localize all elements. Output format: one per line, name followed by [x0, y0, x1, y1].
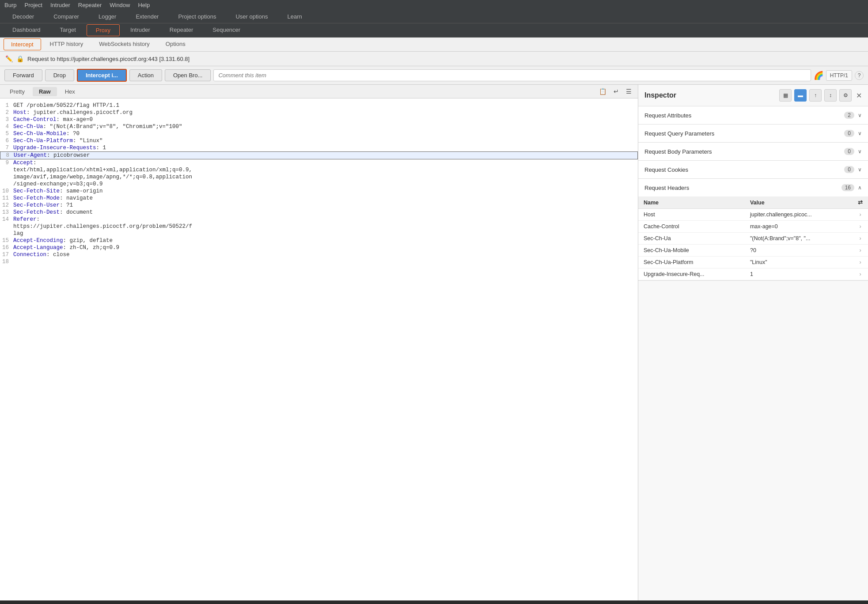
forward-button[interactable]: Forward — [4, 69, 42, 81]
request-body: 1GET /problem/50522/flag HTTP/1.12Host: … — [0, 98, 638, 600]
right-panel: Inspector ▦ ▬ ↑ ↕ ⚙ ✕ Request Attributes… — [638, 85, 868, 600]
grid-view-button[interactable]: ▦ — [779, 89, 792, 102]
header-value-cell: "Linux" — [745, 257, 853, 268]
line-content: Sec-Fetch-Mode: navigate — [13, 195, 93, 201]
tab-learn[interactable]: Learn — [277, 10, 311, 23]
tab-http-history[interactable]: HTTP history — [42, 38, 91, 51]
line-content: Sec-Ch-Ua: "(Not(A:Brand";v="8", "Chromi… — [13, 124, 182, 130]
header-row[interactable]: Hostjupiter.challenges.picoc...› — [638, 209, 868, 221]
line-content: lag — [13, 230, 23, 237]
sort-asc-button[interactable]: ↑ — [809, 89, 822, 102]
line-number: 14 — [0, 216, 13, 223]
request-line: 9Accept: — [0, 159, 638, 166]
drop-button[interactable]: Drop — [45, 69, 74, 81]
request-line: 1GET /problem/50522/flag HTTP/1.1 — [0, 102, 638, 109]
line-number — [0, 230, 13, 237]
line-content: Sec-Fetch-Dest: document — [13, 209, 93, 215]
inspector-section: Request Query Parameters0∨ — [638, 125, 868, 143]
vtab-hex[interactable]: Hex — [59, 87, 81, 96]
tab-dashboard[interactable]: Dashboard — [3, 23, 50, 37]
chevron-icon: ∧ — [858, 185, 862, 191]
request-line: 6Sec-Ch-Ua-Platform: "Linux" — [0, 137, 638, 144]
tab-intruder[interactable]: Intruder — [121, 23, 160, 37]
line-content: image/avif,image/webp,image/apng,*/*;q=0… — [13, 174, 192, 180]
menu-window[interactable]: Window — [110, 2, 130, 8]
line-content: User-Agent: picobrowser — [14, 152, 90, 159]
http-version-badge: HTTP/1 — [826, 70, 852, 81]
header-row[interactable]: Sec-Ch-Ua-Platform"Linux"› — [638, 257, 868, 268]
header-value-cell: max-age=0 — [745, 221, 853, 233]
inspector-section-header[interactable]: Request Headers16∧ — [638, 179, 868, 196]
header-expand-button[interactable]: › — [853, 209, 868, 221]
newline-icon[interactable]: ↵ — [611, 87, 622, 96]
list-view-button[interactable]: ▬ — [794, 89, 807, 102]
header-row[interactable]: Sec-Ch-Ua-Mobile?0› — [638, 245, 868, 257]
line-number — [0, 167, 13, 173]
inspector-section-header[interactable]: Request Query Parameters0∨ — [638, 125, 868, 142]
header-expand-button[interactable]: › — [853, 233, 868, 245]
line-number — [0, 174, 13, 180]
tab-options[interactable]: Options — [158, 38, 193, 51]
header-value-cell: "(Not(A:Brand";v="8", "... — [745, 233, 853, 245]
main-content: Pretty Raw Hex 📋 ↵ ☰ 1GET /problem/50522… — [0, 85, 868, 600]
intercept-button[interactable]: Intercept i... — [77, 69, 127, 82]
line-number: 6 — [0, 138, 13, 144]
comment-input[interactable] — [213, 69, 811, 81]
tab-proxy[interactable]: Proxy — [87, 24, 120, 36]
inspector-section-label: Request Query Parameters — [644, 130, 844, 137]
tab-sequencer[interactable]: Sequencer — [203, 23, 250, 37]
tab-target[interactable]: Target — [50, 23, 86, 37]
tab-comparer[interactable]: Comparer — [44, 10, 89, 23]
line-content: Sec-Ch-Ua-Mobile: ?0 — [13, 131, 80, 137]
tab-repeater[interactable]: Repeater — [160, 23, 203, 37]
menu-help[interactable]: Help — [138, 2, 150, 8]
tab-logger[interactable]: Logger — [89, 10, 126, 23]
inspector-section-label: Request Headers — [644, 185, 841, 191]
open-browser-button[interactable]: Open Bro... — [165, 69, 211, 81]
inspector-section: Request Cookies0∨ — [638, 161, 868, 179]
request-line: 14Referer: — [0, 216, 638, 223]
line-content: Accept: — [13, 160, 37, 166]
close-button[interactable]: ✕ — [856, 91, 862, 100]
tab-websockets-history[interactable]: WebSockets history — [91, 38, 158, 51]
menu-burp[interactable]: Burp — [4, 2, 16, 8]
sort-desc-button[interactable]: ↕ — [824, 89, 837, 102]
menu-icon[interactable]: ☰ — [623, 87, 634, 96]
line-number: 17 — [0, 252, 13, 258]
line-content: text/html,application/xhtml+xml,applicat… — [13, 167, 192, 173]
inspector-section-label: Request Body Parameters — [644, 148, 844, 155]
header-expand-button[interactable]: › — [853, 245, 868, 257]
url-bar: ✏️ 🔒 Request to https://jupiter.challeng… — [0, 52, 868, 66]
header-row[interactable]: Cache-Controlmax-age=0› — [638, 221, 868, 233]
request-line: 3Cache-Control: max-age=0 — [0, 116, 638, 123]
request-line: 15Accept-Encoding: gzip, deflate — [0, 237, 638, 244]
menu-project[interactable]: Project — [24, 2, 42, 8]
inspector-section-header[interactable]: Request Attributes2∨ — [638, 106, 868, 124]
header-value-cell: ?0 — [745, 245, 853, 257]
help-button[interactable]: ? — [855, 71, 864, 80]
tab-intercept[interactable]: Intercept — [4, 38, 41, 50]
header-name-cell: Cache-Control — [638, 221, 745, 233]
tabs-row3: Intercept HTTP history WebSockets histor… — [0, 38, 868, 52]
line-content: Cache-Control: max-age=0 — [13, 117, 93, 123]
header-expand-button[interactable]: › — [853, 221, 868, 233]
left-panel: Pretty Raw Hex 📋 ↵ ☰ 1GET /problem/50522… — [0, 85, 638, 600]
copy-icon[interactable]: 📋 — [596, 87, 609, 96]
header-expand-button[interactable]: › — [853, 257, 868, 268]
menu-intruder[interactable]: Intruder — [50, 2, 70, 8]
action-button[interactable]: Action — [129, 69, 162, 81]
inspector-section-header[interactable]: Request Body Parameters0∨ — [638, 143, 868, 160]
header-row[interactable]: Sec-Ch-Ua"(Not(A:Brand";v="8", "...› — [638, 233, 868, 245]
tab-project-options[interactable]: Project options — [168, 10, 226, 23]
header-expand-button[interactable]: › — [853, 268, 868, 280]
tab-decoder[interactable]: Decoder — [3, 10, 44, 23]
tab-extender[interactable]: Extender — [126, 10, 168, 23]
header-row[interactable]: Upgrade-Insecure-Req...1› — [638, 268, 868, 280]
vtab-raw[interactable]: Raw — [33, 87, 57, 96]
vtab-pretty[interactable]: Pretty — [4, 87, 31, 96]
tab-user-options[interactable]: User options — [226, 10, 277, 23]
inspector-section: Request Attributes2∨ — [638, 106, 868, 125]
menu-repeater[interactable]: Repeater — [78, 2, 102, 8]
settings-button[interactable]: ⚙ — [839, 89, 852, 102]
inspector-section-header[interactable]: Request Cookies0∨ — [638, 161, 868, 178]
